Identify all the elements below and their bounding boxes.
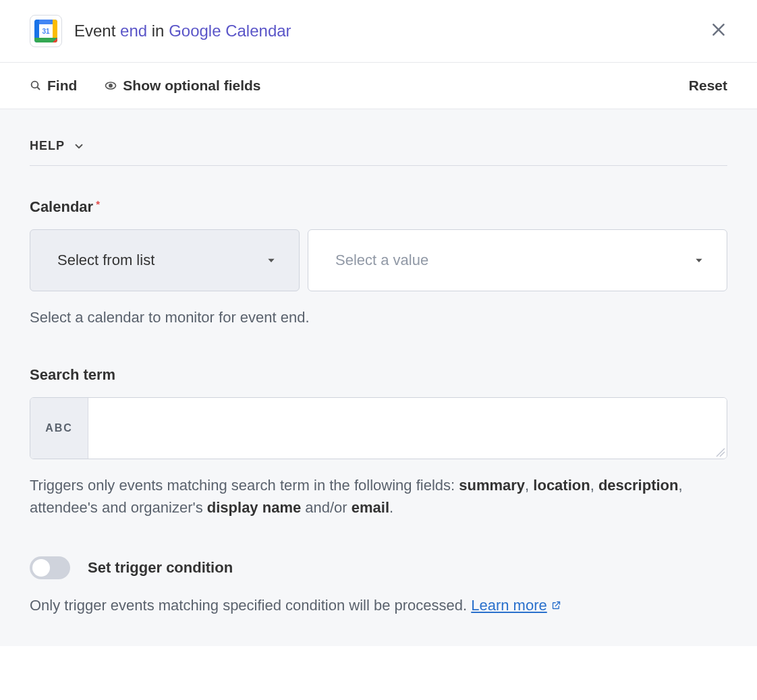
- find-button[interactable]: Find: [30, 78, 77, 94]
- calendar-value-placeholder: Select a value: [335, 252, 428, 269]
- title-end: end: [120, 22, 147, 40]
- resize-handle-icon[interactable]: [714, 446, 725, 457]
- caret-down-icon: [267, 256, 276, 265]
- hint-bold: description: [598, 477, 679, 494]
- title-in: in: [152, 22, 165, 40]
- svg-point-5: [109, 84, 112, 87]
- search-icon: [30, 80, 42, 92]
- calendar-mode-text: Select from list: [57, 252, 155, 269]
- hint-bold: email: [352, 499, 389, 516]
- toggle-knob: [32, 559, 50, 577]
- header-left: 31 Event end in Google Calendar: [30, 15, 291, 47]
- hint-text: Only trigger events matching specified c…: [30, 597, 471, 614]
- calendar-value-select[interactable]: Select a value: [308, 229, 727, 291]
- search-term-hint: Triggers only events matching search ter…: [30, 474, 727, 519]
- calendar-label-text: Calendar: [30, 198, 93, 215]
- trigger-toggle[interactable]: [30, 556, 70, 579]
- find-label: Find: [47, 78, 77, 94]
- trigger-toggle-row: Set trigger condition: [30, 556, 727, 579]
- hint-text: ,: [525, 477, 533, 494]
- hint-bold: summary: [459, 477, 525, 494]
- learn-more-link[interactable]: Learn more: [471, 597, 561, 614]
- help-section[interactable]: HELP: [30, 139, 727, 166]
- search-term-input[interactable]: [88, 398, 727, 459]
- reset-button[interactable]: Reset: [689, 78, 727, 94]
- reset-label: Reset: [689, 78, 727, 93]
- trigger-toggle-label: Set trigger condition: [88, 559, 233, 577]
- search-term-input-row: ABC: [30, 397, 727, 459]
- hint-bold: location: [533, 477, 590, 494]
- search-term-field: Search term ABC Triggers only events mat…: [30, 366, 727, 519]
- svg-line-3: [37, 87, 40, 90]
- svg-marker-7: [696, 259, 702, 262]
- show-optional-label: Show optional fields: [123, 78, 260, 94]
- hint-text: ,: [590, 477, 598, 494]
- content-area: HELP Calendar* Select from list Select a…: [0, 109, 757, 646]
- chevron-down-icon: [73, 140, 85, 152]
- calendar-mode-select[interactable]: Select from list: [30, 229, 300, 291]
- help-label-text: HELP: [30, 139, 65, 153]
- toolbar-left: Find Show optional fields: [30, 78, 261, 94]
- search-term-input-wrap: [88, 398, 727, 459]
- close-button[interactable]: [710, 21, 727, 41]
- close-icon: [710, 21, 727, 38]
- calendar-inputs: Select from list Select a value: [30, 229, 727, 291]
- trigger-condition-field: Set trigger condition Only trigger event…: [30, 556, 727, 616]
- hint-text: Triggers only events matching search ter…: [30, 477, 459, 494]
- learn-more-text: Learn more: [471, 597, 547, 614]
- calendar-hint: Select a calendar to monitor for event e…: [30, 306, 727, 328]
- toolbar: Find Show optional fields Reset: [0, 63, 757, 109]
- caret-down-icon: [694, 256, 704, 265]
- title-app: Google Calendar: [169, 22, 291, 40]
- svg-marker-6: [268, 259, 274, 262]
- hint-text: and/or: [301, 499, 352, 516]
- required-indicator: *: [96, 198, 100, 210]
- svg-point-2: [32, 82, 38, 88]
- trigger-hint: Only trigger events matching specified c…: [30, 594, 727, 616]
- external-link-icon: [551, 594, 561, 616]
- text-type-badge: ABC: [30, 398, 88, 459]
- eye-icon: [104, 79, 117, 92]
- hint-text: .: [389, 499, 393, 516]
- search-term-label: Search term: [30, 366, 727, 384]
- calendar-icon-day: 31: [42, 28, 49, 35]
- show-optional-button[interactable]: Show optional fields: [104, 78, 260, 94]
- panel-title: Event end in Google Calendar: [74, 22, 291, 40]
- calendar-label: Calendar*: [30, 198, 727, 216]
- help-toggle[interactable]: HELP: [30, 139, 727, 153]
- hint-bold: display name: [207, 499, 301, 516]
- google-calendar-icon: 31: [30, 15, 62, 47]
- panel-header: 31 Event end in Google Calendar: [0, 0, 757, 63]
- calendar-field: Calendar* Select from list Select a valu…: [30, 198, 727, 328]
- title-event: Event: [74, 22, 115, 40]
